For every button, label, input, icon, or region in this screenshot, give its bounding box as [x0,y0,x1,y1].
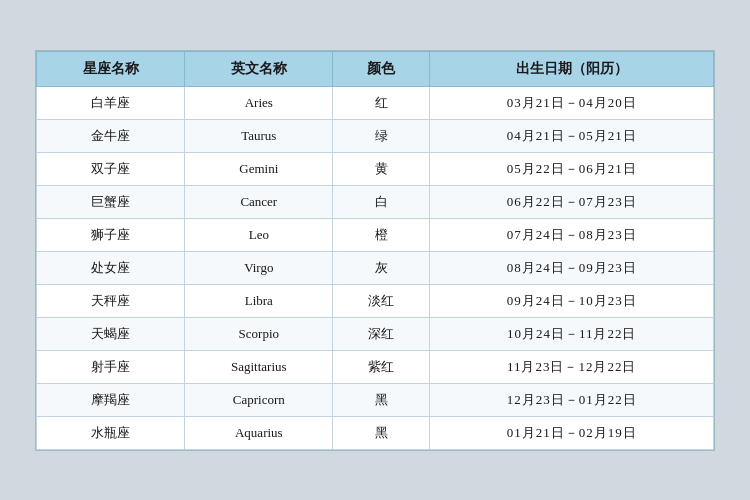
cell-dates: 12月23日－01月22日 [430,383,714,416]
cell-color: 黑 [333,416,430,449]
cell-english-name: Cancer [185,185,333,218]
cell-color: 灰 [333,251,430,284]
table-row: 天蝎座Scorpio深红10月24日－11月22日 [37,317,714,350]
table-row: 白羊座Aries红03月21日－04月20日 [37,86,714,119]
cell-english-name: Aries [185,86,333,119]
cell-chinese-name: 狮子座 [37,218,185,251]
table-row: 摩羯座Capricorn黑12月23日－01月22日 [37,383,714,416]
cell-color: 橙 [333,218,430,251]
cell-english-name: Leo [185,218,333,251]
header-dates: 出生日期（阳历） [430,51,714,86]
table-row: 射手座Sagittarius紫红11月23日－12月22日 [37,350,714,383]
cell-dates: 08月24日－09月23日 [430,251,714,284]
cell-dates: 11月23日－12月22日 [430,350,714,383]
cell-chinese-name: 金牛座 [37,119,185,152]
cell-chinese-name: 白羊座 [37,86,185,119]
cell-chinese-name: 水瓶座 [37,416,185,449]
table-row: 天秤座Libra淡红09月24日－10月23日 [37,284,714,317]
table-row: 水瓶座Aquarius黑01月21日－02月19日 [37,416,714,449]
table-header-row: 星座名称 英文名称 颜色 出生日期（阳历） [37,51,714,86]
cell-dates: 06月22日－07月23日 [430,185,714,218]
cell-english-name: Gemini [185,152,333,185]
zodiac-table-container: 星座名称 英文名称 颜色 出生日期（阳历） 白羊座Aries红03月21日－04… [35,50,715,451]
cell-english-name: Virgo [185,251,333,284]
cell-chinese-name: 天蝎座 [37,317,185,350]
table-row: 双子座Gemini黄05月22日－06月21日 [37,152,714,185]
table-row: 金牛座Taurus绿04月21日－05月21日 [37,119,714,152]
cell-color: 黄 [333,152,430,185]
cell-color: 深红 [333,317,430,350]
cell-english-name: Taurus [185,119,333,152]
cell-english-name: Aquarius [185,416,333,449]
cell-dates: 03月21日－04月20日 [430,86,714,119]
cell-dates: 09月24日－10月23日 [430,284,714,317]
cell-dates: 05月22日－06月21日 [430,152,714,185]
cell-chinese-name: 天秤座 [37,284,185,317]
cell-chinese-name: 巨蟹座 [37,185,185,218]
cell-english-name: Capricorn [185,383,333,416]
zodiac-table: 星座名称 英文名称 颜色 出生日期（阳历） 白羊座Aries红03月21日－04… [36,51,714,450]
cell-color: 红 [333,86,430,119]
cell-color: 白 [333,185,430,218]
cell-english-name: Sagittarius [185,350,333,383]
cell-dates: 01月21日－02月19日 [430,416,714,449]
cell-dates: 10月24日－11月22日 [430,317,714,350]
table-row: 巨蟹座Cancer白06月22日－07月23日 [37,185,714,218]
table-body: 白羊座Aries红03月21日－04月20日金牛座Taurus绿04月21日－0… [37,86,714,449]
cell-color: 淡红 [333,284,430,317]
cell-english-name: Libra [185,284,333,317]
header-english-name: 英文名称 [185,51,333,86]
cell-english-name: Scorpio [185,317,333,350]
cell-dates: 07月24日－08月23日 [430,218,714,251]
header-color: 颜色 [333,51,430,86]
cell-color: 绿 [333,119,430,152]
cell-chinese-name: 处女座 [37,251,185,284]
header-chinese-name: 星座名称 [37,51,185,86]
cell-dates: 04月21日－05月21日 [430,119,714,152]
cell-chinese-name: 双子座 [37,152,185,185]
cell-color: 黑 [333,383,430,416]
cell-chinese-name: 射手座 [37,350,185,383]
cell-color: 紫红 [333,350,430,383]
cell-chinese-name: 摩羯座 [37,383,185,416]
table-row: 狮子座Leo橙07月24日－08月23日 [37,218,714,251]
table-row: 处女座Virgo灰08月24日－09月23日 [37,251,714,284]
